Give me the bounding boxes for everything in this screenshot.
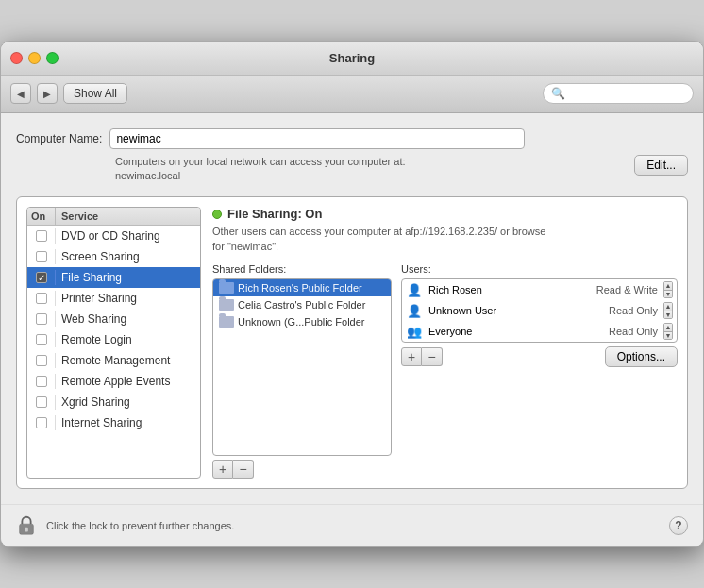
help-button[interactable]: ? [669,516,688,535]
search-box[interactable]: 🔍 [543,83,694,104]
perm-stepper-2[interactable]: ▲ ▼ [663,323,673,340]
checkbox-remote-mgmt[interactable] [27,353,56,368]
service-row-remote-apple[interactable]: Remote Apple Events [27,371,200,392]
shared-folders-label: Shared Folders: [212,263,392,275]
minimize-button[interactable] [28,52,41,64]
network-info-line2: newimac.local [115,170,180,181]
users-add-remove: + − [401,347,443,366]
status-row: File Sharing: On [212,207,678,221]
folders-add-button[interactable]: + [212,460,233,479]
checkbox-screen-box [36,251,47,262]
users-label: Users: [401,263,678,275]
checkbox-internet[interactable] [27,415,56,430]
users-list-inner: 👤 Rich Rosen Read & Write ▲ ▼ [401,278,678,343]
perm-stepper-1[interactable]: ▲ ▼ [663,302,673,319]
network-info-line1: Computers on your local network can acce… [115,156,406,167]
maximize-button[interactable] [46,52,59,64]
folders-remove-button[interactable]: − [233,460,254,479]
service-row-printer[interactable]: Printer Sharing [27,288,200,309]
status-title: File Sharing: On [227,207,322,221]
checkbox-printer-box [36,293,47,304]
service-row-file[interactable]: ✓ File Sharing [27,267,200,288]
checkbox-remote-login[interactable] [27,332,56,347]
checkbox-dvd-box [36,230,47,242]
checkbox-xgrid[interactable] [27,395,56,410]
user-perm-2: Read Only [609,326,662,337]
computer-name-label: Computer Name: [16,132,102,145]
lock-icon[interactable] [16,514,37,537]
stepper-down-2[interactable]: ▼ [664,332,672,340]
service-row-screen[interactable]: Screen Sharing [27,246,200,267]
right-panel: File Sharing: On Other users can access … [212,207,678,479]
checkbox-dvd[interactable] [27,228,56,244]
service-row-web[interactable]: Web Sharing [27,309,200,329]
service-label-remote-mgmt: Remote Management [56,352,176,369]
service-row-remote-login[interactable]: Remote Login [27,329,200,350]
service-list: On Service DVD or CD Sharing Screen Shar… [26,207,201,479]
folder-item-2[interactable]: Unknown (G...Public Folder [213,313,391,330]
back-button[interactable]: ◀ [10,83,31,104]
checkbox-xgrid-box [36,396,47,408]
show-all-button[interactable]: Show All [63,83,127,104]
folder-icon-0 [219,282,234,294]
folder-item-0[interactable]: Rich Rosen's Public Folder [213,279,391,296]
close-button[interactable] [10,52,23,64]
user-row-0[interactable]: 👤 Rich Rosen Read & Write ▲ ▼ [402,279,677,300]
stepper-up-1[interactable]: ▲ [664,303,672,311]
service-row-internet[interactable]: Internet Sharing [27,412,200,433]
service-label-file: File Sharing [56,269,127,286]
user-icon-1: 👤 [406,304,423,318]
service-row-xgrid[interactable]: Xgrid Sharing [27,392,200,412]
status-desc: Other users can access your computer at … [212,225,678,254]
user-name-1: Unknown User [425,305,607,316]
folders-list-box: Rich Rosen's Public Folder Celia Castro'… [212,278,392,456]
edit-button[interactable]: Edit... [634,155,688,176]
checkbox-remote-mgmt-box [36,355,47,366]
folders-add-remove: + − [212,460,254,479]
service-label-remote-apple: Remote Apple Events [56,373,176,390]
user-name-2: Everyone [425,326,607,337]
checkbox-remote-apple[interactable] [27,374,56,389]
stepper-down-1[interactable]: ▼ [664,311,672,319]
service-label-web: Web Sharing [56,311,132,328]
folders-users-row: Shared Folders: Rich Rosen's Public Fold… [212,263,678,479]
checkbox-remote-login-box [36,334,47,345]
stepper-up-0[interactable]: ▲ [664,282,672,291]
footer: Click the lock to prevent further change… [1,504,703,546]
service-label-remote-login: Remote Login [56,331,138,348]
checkbox-web-box [36,313,47,325]
folder-item-1[interactable]: Celia Castro's Public Folder [213,296,391,313]
user-row-1[interactable]: 👤 Unknown User Read Only ▲ ▼ [402,300,677,321]
svg-rect-1 [25,528,28,532]
service-label-xgrid: Xgrid Sharing [56,394,136,411]
status-desc-text: Other users can access your computer at … [212,226,545,251]
folder-icon-2 [219,316,234,328]
options-button[interactable]: Options... [605,346,678,367]
checkbox-file[interactable]: ✓ [27,270,56,285]
stepper-down-0[interactable]: ▼ [664,291,672,298]
sharing-window: Sharing ◀ ▶ Show All 🔍 Computer Name: Co… [0,41,704,548]
checkbox-screen[interactable] [27,249,56,264]
main-panel: On Service DVD or CD Sharing Screen Shar… [16,196,688,489]
users-list-wrapper: 👤 Rich Rosen Read & Write ▲ ▼ [401,278,678,343]
perm-stepper-0[interactable]: ▲ ▼ [663,281,673,298]
users-remove-button[interactable]: − [422,347,443,366]
shared-folders-section: Shared Folders: Rich Rosen's Public Fold… [212,263,392,479]
network-info-text: Computers on your local network can acce… [115,155,406,184]
service-label-screen: Screen Sharing [56,248,145,265]
service-row-dvd[interactable]: DVD or CD Sharing [27,226,200,246]
service-row-remote-mgmt[interactable]: Remote Management [27,350,200,371]
title-bar: Sharing [1,42,703,76]
main-content: Computer Name: Computers on your local n… [1,113,703,505]
users-add-button[interactable]: + [401,347,422,366]
checkbox-printer[interactable] [27,291,56,306]
checkbox-remote-apple-box [36,376,47,387]
checkbox-web[interactable] [27,311,56,327]
computer-name-input[interactable] [109,128,525,149]
user-row-2[interactable]: 👥 Everyone Read Only ▲ ▼ [402,321,677,342]
stepper-up-2[interactable]: ▲ [664,324,672,332]
user-icon-2: 👥 [406,325,423,339]
folders-controls: + − [212,460,392,479]
forward-button[interactable]: ▶ [37,83,58,104]
folder-label-1: Celia Castro's Public Folder [238,299,365,311]
